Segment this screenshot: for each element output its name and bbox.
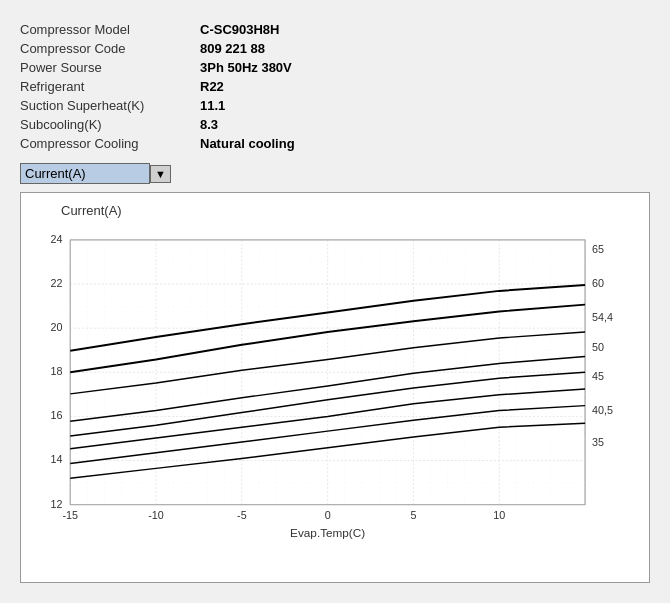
x-label-10: 10 [493, 509, 505, 521]
x-label-5: 5 [410, 509, 416, 521]
right-label-544: 54,4 [592, 311, 613, 323]
chart-area: 24 22 20 18 16 14 12 -15 -10 -5 0 5 10 E… [31, 222, 639, 552]
suction-superheat-label: Suction Superheat(K) [20, 98, 200, 113]
compressor-model-row: Compressor Model C-SC903H8H [20, 20, 650, 39]
y-label-18: 18 [50, 365, 62, 377]
suction-superheat-value: 11.1 [200, 98, 225, 113]
y-label-24: 24 [50, 233, 62, 245]
compressor-cooling-value: Natural cooling [200, 136, 295, 151]
power-source-row: Power Sourse 3Ph 50Hz 380V [20, 58, 650, 77]
x-label-n10: -10 [148, 509, 164, 521]
x-label-n15: -15 [62, 509, 78, 521]
power-source-value: 3Ph 50Hz 380V [200, 60, 292, 75]
refrigerant-value: R22 [200, 79, 224, 94]
right-label-65: 65 [592, 243, 604, 255]
right-label-45: 45 [592, 370, 604, 382]
dropdown-container: Current(A) ▼ [20, 163, 650, 184]
chart-svg: 24 22 20 18 16 14 12 -15 -10 -5 0 5 10 E… [31, 222, 639, 552]
y-label-12: 12 [50, 498, 62, 510]
right-label-60: 60 [592, 277, 604, 289]
compressor-code-row: Compressor Code 809 221 88 [20, 39, 650, 58]
right-label-405: 40,5 [592, 404, 613, 416]
subcooling-row: Subcooling(K) 8.3 [20, 115, 650, 134]
subcooling-label: Subcooling(K) [20, 117, 200, 132]
subcooling-value: 8.3 [200, 117, 218, 132]
main-container: Compressor Model C-SC903H8H Compressor C… [10, 10, 660, 593]
compressor-cooling-row: Compressor Cooling Natural cooling [20, 134, 650, 153]
x-label-0: 0 [325, 509, 331, 521]
info-table: Compressor Model C-SC903H8H Compressor C… [20, 20, 650, 153]
compressor-code-label: Compressor Code [20, 41, 200, 56]
chart-type-dropdown[interactable]: Current(A) [20, 163, 150, 184]
compressor-model-label: Compressor Model [20, 22, 200, 37]
dropdown-arrow-icon[interactable]: ▼ [150, 165, 171, 183]
compressor-cooling-label: Compressor Cooling [20, 136, 200, 151]
chart-y-axis-title: Current(A) [61, 203, 639, 218]
compressor-code-value: 809 221 88 [200, 41, 265, 56]
y-label-16: 16 [50, 409, 62, 421]
compressor-model-value: C-SC903H8H [200, 22, 279, 37]
right-label-35: 35 [592, 436, 604, 448]
refrigerant-row: Refrigerant R22 [20, 77, 650, 96]
y-label-20: 20 [50, 321, 62, 333]
suction-superheat-row: Suction Superheat(K) 11.1 [20, 96, 650, 115]
dropdown-selected-label: Current(A) [25, 166, 86, 181]
y-label-22: 22 [50, 277, 62, 289]
power-source-label: Power Sourse [20, 60, 200, 75]
chart-container: Current(A) [20, 192, 650, 583]
right-label-50: 50 [592, 341, 604, 353]
y-label-14: 14 [50, 453, 62, 465]
refrigerant-label: Refrigerant [20, 79, 200, 94]
x-label-n5: -5 [237, 509, 247, 521]
x-axis-label: Evap.Temp(C) [290, 526, 365, 539]
